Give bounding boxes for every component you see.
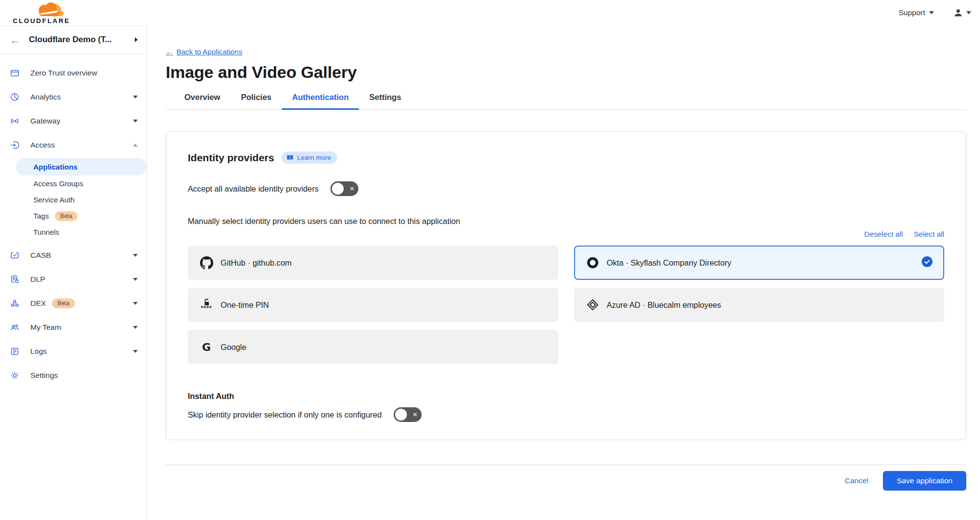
instant-auth-label: Skip identity provider selection if only… — [188, 410, 382, 420]
provider-okta[interactable]: Okta · Skyflash Company Directory — [574, 246, 945, 280]
sidebar-item-label: Access Groups — [33, 179, 83, 188]
card-heading: Identity providers — [188, 152, 274, 164]
chevron-down-icon — [133, 350, 138, 353]
back-arrow-icon: ← — [166, 48, 173, 56]
provider-name: GitHub · github.com — [221, 258, 292, 268]
sidebar-item-analytics[interactable]: Analytics — [0, 85, 147, 109]
identity-providers-card: Identity providers Learn more Accept all… — [166, 131, 966, 440]
sidebar-item-applications[interactable]: Applications — [16, 158, 147, 175]
chevron-down-icon — [133, 254, 138, 257]
chevron-down-icon — [133, 120, 138, 123]
user-icon — [954, 8, 963, 18]
chevron-down-icon — [929, 11, 934, 14]
tab-authentication[interactable]: Authentication — [282, 91, 359, 110]
top-bar: CLOUDFLARE Support — [0, 0, 980, 25]
back-arrow-icon[interactable]: ← — [10, 35, 20, 45]
accept-all-toggle[interactable]: ✕ — [330, 181, 358, 196]
access-icon — [10, 140, 20, 150]
sidebar-item-access[interactable]: Access — [0, 133, 147, 157]
cloudflare-logo-text: CLOUDFLARE — [13, 17, 70, 25]
cloudflare-logo: CLOUDFLARE — [8, 2, 73, 26]
chevron-down-icon — [133, 326, 138, 329]
google-g-glyph: G — [202, 341, 211, 353]
sidebar-item-label: Applications — [33, 163, 77, 171]
beta-badge: Beta — [52, 298, 75, 308]
one-time-pin-icon: **** — [200, 298, 213, 311]
sidebar-item-label: Zero Trust overview — [30, 69, 97, 77]
sidebar-item-casb[interactable]: CASB — [0, 243, 147, 267]
back-link-label: Back to Applications — [176, 48, 242, 56]
sidebar-item-gateway[interactable]: Gateway — [0, 109, 147, 133]
sidebar-item-tunnels[interactable]: Tunnels — [0, 224, 147, 240]
sidebar-item-label: Tunnels — [33, 228, 59, 236]
toggle-knob — [332, 183, 344, 195]
provider-github[interactable]: GitHub · github.com — [188, 246, 558, 280]
chevron-down-icon — [133, 302, 138, 305]
support-menu[interactable]: Support — [899, 8, 934, 17]
user-menu[interactable] — [954, 8, 971, 18]
chevron-right-icon — [135, 37, 138, 42]
footer-divider — [166, 465, 966, 465]
tab-overview[interactable]: Overview — [174, 91, 230, 110]
sidebar-nav: Zero Trust overview Analytics Gateway — [0, 54, 147, 387]
google-icon: G — [200, 341, 213, 353]
document-lock-icon — [10, 274, 20, 284]
account-switcher[interactable]: ← Cloudflare Demo (T... — [0, 26, 147, 54]
sidebar-item-my-team[interactable]: My Team — [0, 315, 147, 339]
provider-grid: GitHub · github.com Okta · Skyflash Comp… — [188, 246, 944, 364]
sidebar-item-dlp[interactable]: DLP — [0, 267, 147, 291]
sidebar-item-label: Settings — [30, 371, 58, 380]
tab-policies[interactable]: Policies — [230, 91, 281, 110]
toggle-knob — [395, 409, 407, 421]
sidebar: ← Cloudflare Demo (T... Zero Trust overv… — [0, 25, 147, 520]
book-icon — [286, 154, 294, 161]
accept-all-label: Accept all available identity providers — [188, 184, 319, 194]
access-subnav: Applications Access Groups Service Auth … — [0, 158, 147, 240]
sidebar-item-logs[interactable]: Logs — [0, 339, 147, 363]
support-label: Support — [899, 8, 925, 17]
sidebar-item-tags[interactable]: Tags Beta — [0, 208, 147, 224]
provider-name: One-time PIN — [221, 300, 269, 310]
provider-name: Okta · Skyflash Company Directory — [607, 258, 731, 268]
sidebar-item-settings[interactable]: Settings — [0, 363, 147, 387]
selected-check-icon — [922, 256, 932, 269]
cancel-button[interactable]: Cancel — [845, 476, 868, 485]
sidebar-item-label: Service Auth — [33, 196, 75, 204]
beta-badge: Beta — [55, 211, 78, 221]
learn-more-badge[interactable]: Learn more — [281, 151, 337, 164]
okta-icon — [586, 256, 600, 269]
back-to-applications-link[interactable]: ← Back to Applications — [166, 48, 242, 56]
page-title: Image and Video Gallery — [166, 63, 966, 82]
casb-icon — [10, 250, 20, 260]
provider-google[interactable]: G Google — [188, 330, 558, 364]
sidebar-item-label: My Team — [30, 323, 61, 332]
sidebar-item-zero-trust-overview[interactable]: Zero Trust overview — [0, 61, 147, 85]
provider-one-time-pin[interactable]: **** One-time PIN — [188, 288, 558, 322]
tab-bar: Overview Policies Authentication Setting… — [166, 91, 966, 110]
sidebar-item-label: Logs — [30, 347, 47, 356]
deselect-all-link[interactable]: Deselect all — [864, 230, 903, 239]
toggle-x-icon: ✕ — [350, 185, 354, 192]
tab-settings[interactable]: Settings — [359, 91, 411, 110]
sidebar-item-label: Gateway — [30, 117, 60, 125]
sidebar-item-label: Tags — [33, 212, 49, 220]
sidebar-item-dex[interactable]: DEX Beta — [0, 291, 147, 315]
chevron-down-icon — [966, 11, 971, 14]
sidebar-item-label: Analytics — [30, 93, 61, 101]
pie-chart-icon — [10, 92, 20, 102]
select-all-link[interactable]: Select all — [914, 230, 944, 239]
toggle-x-icon: ✕ — [412, 411, 417, 418]
save-application-button[interactable]: Save application — [883, 471, 966, 491]
instant-auth-heading: Instant Auth — [188, 392, 944, 401]
learn-more-label: Learn more — [297, 154, 331, 161]
instant-auth-toggle[interactable]: ✕ — [394, 407, 422, 422]
gear-icon — [10, 371, 20, 380]
team-icon — [10, 322, 20, 332]
pin-stars: **** — [201, 305, 212, 311]
sidebar-item-service-auth[interactable]: Service Auth — [0, 192, 147, 208]
provider-azure-ad[interactable]: Azure AD · Bluecalm employees — [574, 288, 945, 322]
window-icon — [10, 68, 20, 78]
sidebar-item-access-groups[interactable]: Access Groups — [0, 175, 147, 192]
sidebar-item-label: DEX — [30, 299, 46, 308]
github-icon — [200, 256, 213, 270]
